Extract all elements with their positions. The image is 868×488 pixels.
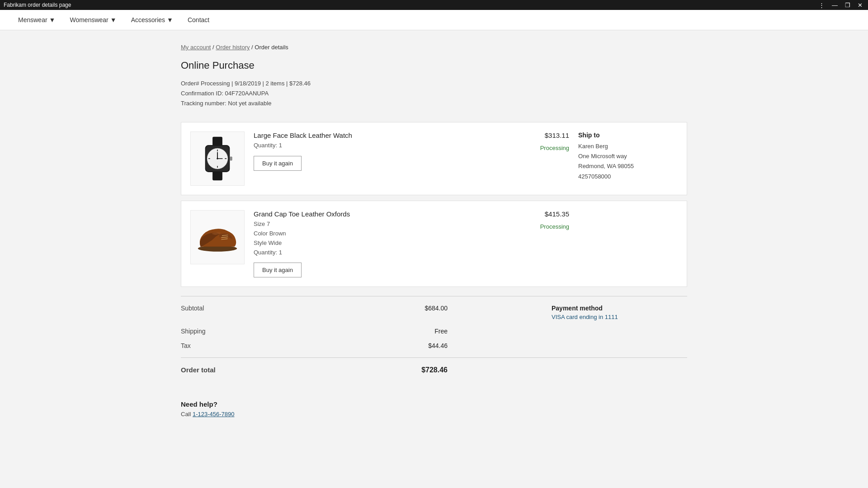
- total-value: $728.46: [421, 366, 448, 374]
- page-title: Online Purchase: [181, 60, 687, 71]
- shoe-icon: [195, 221, 240, 253]
- order-meta-line1: Order# Processing | 9/18/2019 | 2 items …: [181, 79, 687, 89]
- item-2-price: $415.35: [524, 210, 569, 218]
- help-text: Call 1-123-456-7890: [181, 411, 687, 418]
- chevron-down-icon: ▼: [167, 16, 173, 23]
- help-section: Need help? Call 1-123-456-7890: [181, 391, 687, 427]
- nav-accessories[interactable]: Accessories ▼: [131, 16, 173, 23]
- item-1-price-col: $313.11 Processing: [524, 131, 569, 151]
- order-items-count: 2 items: [266, 80, 285, 87]
- nav-contact[interactable]: Contact: [188, 16, 209, 23]
- ship-to-title: Ship to: [578, 131, 678, 139]
- subtotal-row: Subtotal $684.00 Payment method VISA car…: [181, 301, 687, 324]
- tax-value: $44.46: [428, 342, 448, 349]
- item-1-buy-again-button[interactable]: Buy it again: [254, 156, 302, 171]
- total-row: Order total $728.46: [181, 362, 687, 378]
- item-1-quantity: Quantity: 1: [254, 141, 515, 150]
- ship-to-name: Karen Berg: [578, 141, 678, 151]
- ship-to-address1: One Microsoft way: [578, 151, 678, 161]
- nav-womenswear[interactable]: Womenswear ▼: [70, 16, 116, 23]
- help-phone-link[interactable]: 1-123-456-7890: [193, 411, 235, 418]
- ship-to-city-state: Redmond, WA 98055: [578, 161, 678, 171]
- tax-row: Tax $44.46: [181, 338, 687, 353]
- help-title: Need help?: [181, 400, 687, 408]
- tracking-label: Tracking number:: [181, 100, 226, 107]
- order-tracking-line: Tracking number: Not yet available: [181, 99, 687, 108]
- summary-divider: [181, 357, 687, 358]
- subtotal-label: Subtotal: [181, 305, 204, 312]
- order-item-2: Grand Cap Toe Leather Oxfords Size 7 Col…: [181, 201, 687, 287]
- ship-to-details: Karen Berg One Microsoft way Redmond, WA…: [578, 141, 678, 181]
- order-status-text: Processing: [201, 80, 230, 87]
- titlebar-controls: ⋮ — ❐ ✕: [817, 2, 864, 9]
- item-2-size: Size 7: [254, 220, 515, 229]
- nav-menswear[interactable]: Menswear ▼: [18, 16, 55, 23]
- item-2-quantity: Quantity: 1: [254, 248, 515, 258]
- ship-to-phone: 4257058000: [578, 172, 678, 182]
- order-total-summary: $728.46: [289, 80, 311, 87]
- subtotal-value: $684.00: [425, 305, 448, 312]
- item-1-name: Large Face Black Leather Watch: [254, 131, 515, 139]
- order-summary: Subtotal $684.00 Payment method VISA car…: [181, 296, 687, 378]
- payment-title: Payment method: [552, 305, 687, 312]
- order-confirmation-line: Confirmation ID: 04F720AANUPA: [181, 89, 687, 99]
- breadcrumb-my-account[interactable]: My account: [181, 44, 211, 51]
- confirmation-id: 04F720AANUPA: [225, 90, 269, 97]
- order-date: 9/18/2019: [235, 80, 261, 87]
- shipping-value: Free: [434, 328, 448, 335]
- svg-rect-0: [212, 137, 222, 146]
- tax-label: Tax: [181, 342, 191, 349]
- item-2-color: Color Brown: [254, 229, 515, 239]
- watch-icon: [199, 136, 236, 181]
- item-2-price-col: $415.35 Processing: [524, 210, 569, 230]
- more-icon[interactable]: ⋮: [817, 2, 826, 9]
- minimize-button[interactable]: —: [830, 2, 840, 9]
- breadcrumb-order-history[interactable]: Order history: [216, 44, 250, 51]
- chevron-down-icon: ▼: [49, 16, 56, 23]
- item-2-image: [190, 210, 245, 264]
- item-2-name: Grand Cap Toe Leather Oxfords: [254, 210, 515, 218]
- navbar: Menswear ▼ Womenswear ▼ Accessories ▼ Co…: [0, 10, 868, 30]
- item-1-image: [190, 131, 245, 186]
- total-label: Order total: [181, 366, 216, 374]
- payment-detail: VISA card ending in 1111: [552, 314, 687, 320]
- confirmation-label: Confirmation ID:: [181, 90, 223, 97]
- order-items-list: Large Face Black Leather Watch Quantity:…: [181, 122, 687, 287]
- main-content: My account / Order history / Order detai…: [163, 30, 705, 440]
- ship-to-block: Ship to Karen Berg One Microsoft way Red…: [578, 131, 678, 181]
- breadcrumb-current: Order details: [255, 44, 288, 51]
- tracking-value: Not yet available: [228, 100, 271, 107]
- item-2-details: Grand Cap Toe Leather Oxfords Size 7 Col…: [254, 210, 515, 277]
- chevron-down-icon: ▼: [110, 16, 117, 23]
- order-number-label: Order#: [181, 80, 199, 87]
- close-button[interactable]: ✕: [856, 2, 864, 9]
- breadcrumb: My account / Order history / Order detai…: [181, 44, 687, 51]
- item-2-style: Style Wide: [254, 239, 515, 248]
- item-1-price: $313.11: [524, 131, 569, 139]
- item-1-details: Large Face Black Leather Watch Quantity:…: [254, 131, 515, 171]
- shipping-label: Shipping: [181, 328, 206, 335]
- payment-block: Payment method VISA card ending in 1111: [552, 305, 687, 320]
- shipping-row: Shipping Free: [181, 324, 687, 338]
- svg-rect-1: [212, 171, 222, 180]
- item-2-status: Processing: [524, 223, 569, 230]
- svg-rect-12: [230, 157, 232, 161]
- svg-point-11: [217, 158, 218, 160]
- item-2-buy-again-button[interactable]: Buy it again: [254, 263, 302, 277]
- item-1-status: Processing: [524, 145, 569, 151]
- titlebar-title: Fabrikam order details page: [4, 2, 71, 8]
- order-meta: Order# Processing | 9/18/2019 | 2 items …: [181, 79, 687, 108]
- order-item-1: Large Face Black Leather Watch Quantity:…: [181, 122, 687, 195]
- titlebar: Fabrikam order details page ⋮ — ❐ ✕: [0, 0, 868, 10]
- restore-button[interactable]: ❐: [843, 2, 852, 9]
